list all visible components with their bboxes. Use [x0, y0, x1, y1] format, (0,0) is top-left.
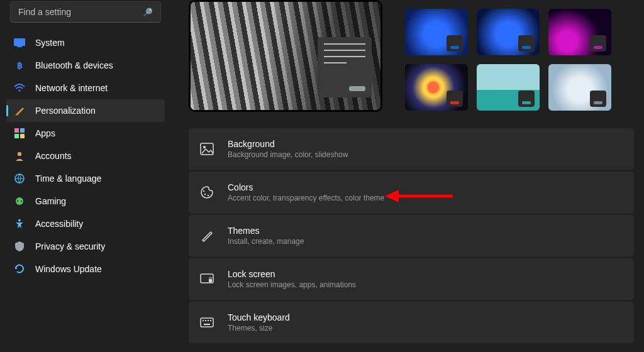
palette-icon [200, 185, 214, 199]
svg-point-18 [208, 195, 209, 196]
update-icon [14, 263, 25, 275]
svg-point-17 [204, 194, 206, 195]
globe-clock-icon [14, 173, 25, 184]
svg-point-7 [18, 152, 21, 156]
system-icon [14, 37, 25, 48]
nav-list: System ฿ Bluetooth & devices Network & i… [6, 31, 165, 280]
nav-label: Privacy & security [35, 241, 105, 251]
personalization-preview-row [189, 0, 634, 112]
search-box[interactable]: 🔍 [10, 1, 161, 23]
brush-icon [200, 229, 214, 242]
theme-option-6[interactable] [548, 64, 611, 111]
nav-label: Apps [35, 128, 55, 138]
svg-rect-6 [20, 134, 25, 138]
svg-rect-26 [204, 324, 210, 325]
image-icon [200, 143, 214, 155]
nav-label: Gaming [35, 196, 66, 206]
nav-label: Accounts [35, 151, 72, 161]
svg-rect-22 [203, 320, 204, 321]
svg-point-15 [203, 146, 206, 148]
option-touch-keyboard[interactable]: Touch keyboard Themes, size [189, 302, 634, 343]
theme-option-2[interactable] [477, 9, 540, 55]
card-subtitle: Lock screen images, apps, animations [228, 280, 356, 289]
sidebar-item-bluetooth[interactable]: ฿ Bluetooth & devices [6, 54, 165, 77]
shield-icon [14, 241, 25, 252]
nav-label: Accessibility [35, 219, 83, 229]
apps-icon [14, 128, 25, 139]
card-title: Lock screen [228, 269, 356, 279]
theme-thumbnails [405, 0, 611, 112]
svg-rect-3 [14, 128, 19, 133]
svg-rect-20 [209, 279, 212, 282]
sidebar-item-gaming[interactable]: Gaming [6, 190, 165, 212]
nav-label: Network & internet [35, 83, 108, 93]
nav-label: Time & language [35, 173, 101, 184]
svg-rect-21 [201, 318, 213, 327]
sidebar-item-time-language[interactable]: Time & language [6, 167, 165, 190]
sidebar: 🔍 System ฿ Bluetooth & devices Network &… [0, 0, 171, 352]
nav-label: Bluetooth & devices [35, 60, 113, 70]
keyboard-icon [200, 317, 214, 327]
svg-rect-0 [14, 38, 25, 46]
card-subtitle: Themes, size [228, 324, 290, 333]
personalization-options: Background Background image, color, slid… [189, 128, 634, 343]
paintbrush-icon [14, 105, 25, 116]
svg-point-2 [18, 89, 20, 91]
card-subtitle: Accent color, transparency effects, colo… [228, 194, 384, 202]
option-lock-screen[interactable]: Lock screen Lock screen images, apps, an… [189, 258, 634, 300]
card-subtitle: Background image, color, slideshow [228, 150, 348, 159]
nav-label: Windows Update [35, 264, 102, 274]
gaming-icon [14, 195, 25, 207]
svg-rect-5 [14, 134, 19, 138]
svg-rect-23 [205, 320, 206, 321]
nav-label: System [35, 38, 65, 48]
option-background[interactable]: Background Background image, color, slid… [189, 128, 634, 170]
theme-option-5[interactable] [477, 64, 540, 111]
theme-option-1[interactable] [405, 9, 468, 55]
search-input[interactable] [18, 7, 143, 17]
sidebar-item-apps[interactable]: Apps [6, 122, 165, 145]
main-content: Background Background image, color, slid… [171, 0, 644, 352]
option-themes[interactable]: Themes Install, create, manage [189, 215, 634, 256]
svg-rect-1 [17, 46, 22, 47]
accounts-icon [14, 150, 25, 162]
sidebar-item-accessibility[interactable]: Accessibility [6, 212, 165, 235]
search-icon: 🔍 [143, 8, 153, 17]
theme-option-4[interactable] [405, 64, 468, 111]
preview-mock-window [318, 37, 372, 97]
sidebar-item-windows-update[interactable]: Windows Update [6, 258, 165, 280]
sidebar-item-personalization[interactable]: Personalization [6, 99, 165, 122]
svg-point-16 [203, 190, 204, 192]
wifi-icon [14, 82, 25, 94]
card-title: Touch keyboard [228, 312, 290, 322]
svg-rect-24 [208, 320, 209, 321]
theme-option-3[interactable] [548, 9, 611, 55]
bluetooth-icon: ฿ [14, 60, 25, 71]
svg-point-12 [21, 201, 22, 202]
nav-label: Personalization [35, 106, 96, 116]
option-colors[interactable]: Colors Accent color, transparency effect… [189, 172, 634, 213]
card-title: Themes [228, 226, 304, 236]
sidebar-item-system[interactable]: System [6, 31, 165, 54]
svg-rect-25 [210, 320, 211, 321]
svg-point-11 [17, 201, 18, 202]
desktop-preview [189, 0, 382, 112]
card-subtitle: Install, create, manage [228, 237, 304, 246]
accessibility-icon [14, 218, 25, 229]
sidebar-item-privacy[interactable]: Privacy & security [6, 235, 165, 258]
card-title: Colors [228, 182, 384, 192]
svg-rect-4 [20, 128, 25, 133]
lockscreen-icon [200, 273, 214, 285]
sidebar-item-accounts[interactable]: Accounts [6, 145, 165, 167]
sidebar-item-network[interactable]: Network & internet [6, 77, 165, 99]
svg-point-13 [18, 219, 21, 222]
svg-point-10 [16, 197, 23, 205]
card-title: Background [228, 139, 348, 149]
